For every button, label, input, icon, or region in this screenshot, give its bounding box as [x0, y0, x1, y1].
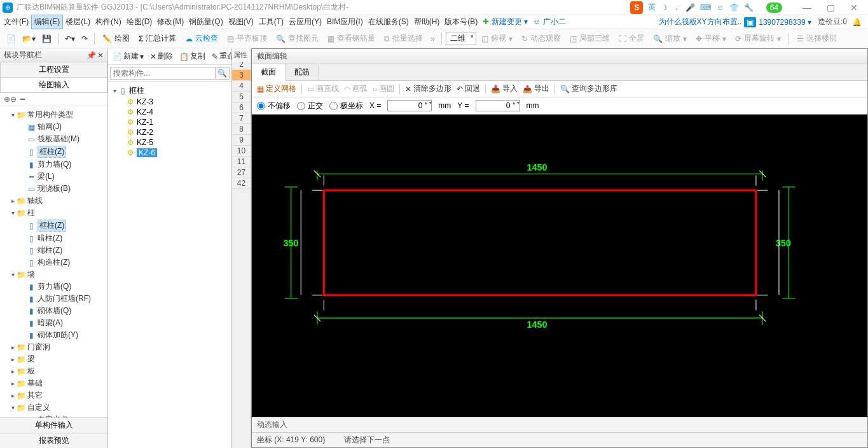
ime-comma-icon[interactable]: ， — [673, 2, 680, 13]
search-input[interactable] — [110, 67, 216, 80]
menu-component[interactable]: 构件(N) — [93, 15, 124, 29]
tree-node[interactable]: ▸📁轴线 — [1, 195, 106, 207]
comp-item[interactable]: ⚙KZ-5 — [111, 137, 229, 148]
ime-lang[interactable]: 英 — [648, 2, 656, 13]
comp-item[interactable]: ⚙KZ-1 — [111, 117, 229, 127]
more-button[interactable]: » — [428, 33, 437, 45]
menu-tip[interactable]: 为什么筏板XY方向布置.. — [656, 15, 745, 29]
minimize-button[interactable]: — — [795, 3, 819, 13]
expand-icon[interactable]: ⊕⊖ — [4, 95, 17, 104]
menu-edit[interactable]: 编辑(E) — [31, 15, 63, 29]
pan-button[interactable]: ✥ 平移▾ — [692, 32, 730, 45]
canvas[interactable]: 1450 1450 350 350 — [252, 115, 867, 417]
tree-node[interactable]: ▸📁板 — [1, 365, 106, 377]
tree-node[interactable]: ▦轴网(J) — [1, 121, 106, 133]
sum-calc-button[interactable]: Σ 汇总计算 — [135, 32, 180, 45]
redo-button[interactable]: ↷ — [79, 33, 90, 45]
new-button[interactable]: 📄新建▾ — [111, 50, 146, 62]
opt-ortho[interactable]: 正交 — [297, 101, 323, 111]
account[interactable]: ▣13907298339 ▾ — [744, 18, 811, 27]
view-rebar-button[interactable]: ▦ 查看钢筋量 — [324, 32, 379, 45]
draw-button[interactable]: ✏️绘图 — [99, 32, 134, 45]
menu-new-change[interactable]: ✚ 新建变更 ▾ — [480, 15, 530, 29]
ime-moon-icon[interactable]: ☽ — [661, 3, 668, 12]
tree-node[interactable]: ▾📁自定义 — [1, 402, 106, 414]
comp-root[interactable]: ▾▯框柱 — [111, 85, 229, 97]
tree-node[interactable]: ▮暗梁(A) — [1, 317, 106, 329]
tree-node[interactable]: ▮剪力墙(Q) — [1, 281, 106, 293]
tree-node[interactable]: ▸📁其它 — [1, 389, 106, 402]
rotate-button[interactable]: ⟳ 屏幕旋转▾ — [731, 32, 785, 45]
menu-draw[interactable]: 绘图(D) — [124, 15, 155, 29]
menu-tools[interactable]: 工具(T) — [256, 15, 286, 29]
zoom-button[interactable]: 🔍 缩放▾ — [649, 32, 691, 45]
comp-item[interactable]: ⚙KZ-2 — [111, 127, 229, 137]
comp-item[interactable]: ⚙KZ-4 — [111, 107, 229, 117]
open-file-button[interactable]: 📂▾ — [20, 33, 38, 45]
collapse-icon[interactable]: ━ — [20, 95, 25, 104]
tab-rebar[interactable]: 配筋 — [286, 64, 319, 80]
ime-shirt-icon[interactable]: 👕 — [729, 3, 739, 12]
fullscreen-button[interactable]: ⛶ 全屏 — [615, 32, 648, 45]
tree-node[interactable]: ▭现浇板(B) — [1, 183, 106, 195]
tree-node[interactable]: ▾📁柱 — [1, 207, 106, 219]
new-file-button[interactable]: 📄 — [4, 33, 18, 45]
row-num[interactable]: 4 — [232, 81, 251, 92]
opt-polar[interactable]: 极坐标 — [329, 101, 363, 111]
tab-draw-input[interactable]: 绘图输入 — [0, 78, 107, 93]
batch-select-button[interactable]: ⧉ 批量选择 — [380, 32, 427, 45]
tree-node[interactable]: ▯构造柱(Z) — [1, 256, 106, 269]
row-num[interactable]: 5 — [232, 92, 251, 102]
row-num[interactable]: 11 — [232, 157, 251, 167]
tree-node[interactable]: ▯框柱(Z) — [1, 219, 106, 232]
save-button[interactable]: 💾 — [39, 33, 54, 45]
draw-arc-button[interactable]: ◠ 画弧 — [344, 83, 368, 94]
sogou-icon[interactable]: S — [630, 1, 643, 14]
menu-cloud[interactable]: 云应用(Y) — [286, 15, 324, 29]
row-num[interactable]: 7 — [232, 113, 251, 124]
rename-button[interactable]: ✎重命名 — [210, 50, 231, 62]
tree-node[interactable]: ▾📁常用构件类型 — [1, 109, 106, 121]
row-num[interactable]: 6 — [232, 102, 251, 113]
menu-help[interactable]: 帮助(H) — [411, 15, 443, 29]
row-num[interactable]: 27 — [232, 167, 251, 178]
tree-node[interactable]: ▯暗柱(Z) — [1, 232, 106, 244]
component-tree[interactable]: ▾▯框柱⚙KZ-3⚙KZ-4⚙KZ-1⚙KZ-2⚙KZ-5⚙KZ-6 — [108, 82, 231, 448]
row-num[interactable]: 3 — [232, 70, 251, 81]
clear-polygon-button[interactable]: ✕ 清除多边形 — [405, 83, 451, 94]
close-panel-icon[interactable]: ✕ — [97, 51, 104, 60]
local-3d-button[interactable]: ◳ 局部三维 — [566, 32, 614, 45]
view-mode-dropdown[interactable]: 二维 — [446, 32, 476, 45]
row-num[interactable]: 9 — [232, 135, 251, 146]
ime-mic-icon[interactable]: 🎤 — [685, 3, 695, 12]
tree-node[interactable]: ▮剪力墙(Q) — [1, 158, 106, 171]
delete-button[interactable]: ✕删除 — [148, 50, 175, 62]
tree-node[interactable]: ▭筏板基础(M) — [1, 133, 106, 145]
comp-item[interactable]: ⚙KZ-6 — [111, 148, 229, 158]
menu-version[interactable]: 版本号(B) — [442, 15, 480, 29]
close-button[interactable]: ✕ — [843, 3, 865, 13]
select-floor-button[interactable]: ☰ 选择楼层 — [793, 32, 841, 45]
tree-node[interactable]: ▸📁梁 — [1, 353, 106, 365]
menu-bim[interactable]: BIM应用(I) — [324, 15, 366, 29]
ime-keyboard-icon[interactable]: ⌨ — [700, 3, 711, 12]
menu-modify[interactable]: 修改(M) — [155, 15, 186, 29]
badge[interactable]: 64 — [766, 3, 782, 13]
menu-floor[interactable]: 楼层(L) — [63, 15, 93, 29]
tree-node[interactable]: ━梁(L) — [1, 171, 106, 183]
tree-node[interactable]: ▮砌体墙(Q) — [1, 305, 106, 317]
tree-node[interactable]: ▾📁墙 — [1, 269, 106, 281]
row-num[interactable]: 10 — [232, 146, 251, 157]
comp-item[interactable]: ⚙KZ-3 — [111, 97, 229, 107]
find-elem-button[interactable]: 🔍 查找图元 — [272, 32, 322, 45]
tab-single-input[interactable]: 单构件输入 — [0, 417, 107, 433]
query-polygon-button[interactable]: 🔍 查询多边形库 — [560, 83, 617, 94]
ime-wrench-icon[interactable]: 🔧 — [744, 3, 754, 12]
bell-icon[interactable]: 🔔 — [852, 18, 862, 27]
properties-tab[interactable]: 属性 — [232, 48, 251, 62]
maximize-button[interactable]: ▢ — [819, 3, 843, 13]
opt-no-offset[interactable]: 不偏移 — [257, 101, 291, 111]
undo-button[interactable]: ↶ 回退 — [457, 83, 480, 94]
dynamic-view-button[interactable]: ↻ 动态观察 — [518, 32, 565, 45]
tab-project-settings[interactable]: 工程设置 — [0, 62, 107, 78]
